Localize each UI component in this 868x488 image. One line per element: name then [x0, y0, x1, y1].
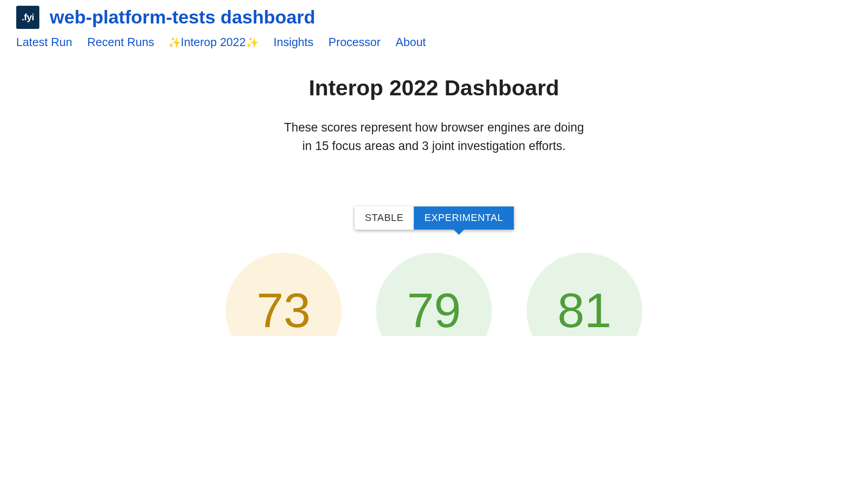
nav-interop-2022[interactable]: ✨Interop 2022✨ — [168, 36, 259, 49]
channel-toggle: STABLE EXPERIMENTAL — [354, 206, 514, 230]
nav-insights[interactable]: Insights — [274, 36, 313, 49]
page-title: Interop 2022 Dashboard — [0, 76, 868, 101]
subtitle-line-2: in 15 focus areas and 3 joint investigat… — [302, 139, 566, 152]
sparkle-icon: ✨ — [246, 37, 259, 49]
top-nav: Latest Run Recent Runs ✨Interop 2022✨ In… — [0, 31, 868, 58]
score-circle: 79 — [376, 253, 492, 336]
toggle-active-pointer-icon — [453, 229, 465, 235]
nav-processor[interactable]: Processor — [329, 36, 381, 49]
toggle-experimental-button[interactable]: EXPERIMENTAL — [414, 206, 514, 230]
score-circle: 81 — [527, 253, 642, 336]
subtitle-line-1: These scores represent how browser engin… — [284, 120, 584, 133]
nav-about[interactable]: About — [396, 36, 426, 49]
site-logo[interactable]: .fyi — [16, 6, 39, 29]
score-row: 73 Dev Chrome — [0, 253, 868, 336]
page-subtitle: These scores represent how browser engin… — [0, 118, 868, 155]
score-col-chrome-edge: 73 Dev Chrome — [220, 253, 347, 336]
nav-latest-run[interactable]: Latest Run — [16, 36, 72, 49]
score-col-safari: 81 — [521, 253, 648, 336]
nav-recent-runs[interactable]: Recent Runs — [87, 36, 154, 49]
site-title-link[interactable]: web-platform-tests dashboard — [50, 7, 315, 28]
score-col-firefox: 79 — [370, 253, 498, 336]
sparkle-icon: ✨ — [168, 37, 181, 49]
nav-interop-label: Interop 2022 — [181, 36, 246, 48]
toggle-stable-button[interactable]: STABLE — [354, 206, 414, 230]
score-circle: 73 — [226, 253, 341, 336]
